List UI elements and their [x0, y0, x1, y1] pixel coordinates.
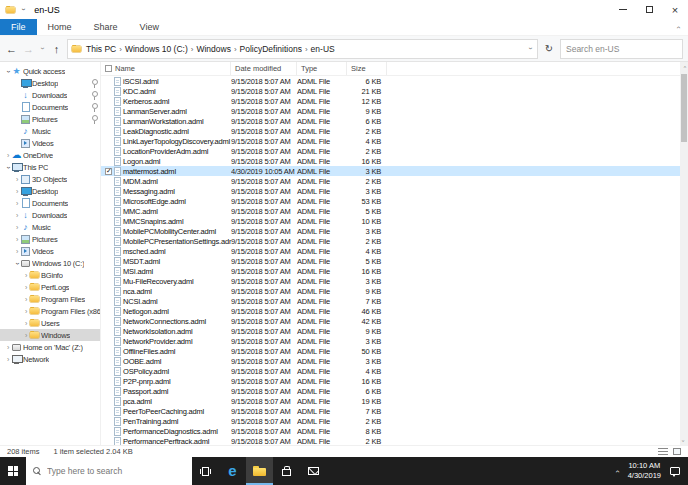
- edge-taskbar-button[interactable]: [219, 457, 246, 485]
- sidebar-item-desktop[interactable]: Desktop: [0, 185, 100, 197]
- chevron-collapsed-icon[interactable]: [13, 188, 21, 195]
- recent-locations-dropdown-icon[interactable]: [37, 39, 48, 59]
- chevron-collapsed-icon[interactable]: [13, 224, 21, 231]
- breadcrumb-item-policydefinitions[interactable]: PolicyDefinitions: [237, 44, 305, 54]
- chevron-collapsed-icon[interactable]: [22, 272, 30, 279]
- chevron-expanded-icon[interactable]: [5, 163, 12, 171]
- file-row-leakdiagnostic-adml[interactable]: LeakDiagnostic.adml9/15/2018 5:07 AMADML…: [101, 126, 688, 136]
- breadcrumb-item-windows[interactable]: Windows: [193, 44, 233, 54]
- column-header-size[interactable]: Size: [347, 62, 387, 75]
- sidebar-item-documents[interactable]: Documents: [0, 101, 100, 113]
- large-icons-view-icon[interactable]: [673, 448, 681, 455]
- file-row-mmc-adml[interactable]: MMC.adml9/15/2018 5:07 AMADML File5 KB: [101, 206, 688, 216]
- back-button[interactable]: [3, 39, 20, 59]
- file-row-pca-adml[interactable]: pca.adml9/15/2018 5:07 AMADML File19 KB: [101, 396, 688, 406]
- scroll-up-icon[interactable]: [680, 62, 688, 71]
- up-button[interactable]: [48, 39, 65, 59]
- column-header-date-modified[interactable]: Date modified: [231, 62, 297, 75]
- chevron-collapsed-icon[interactable]: [4, 356, 12, 363]
- file-row-mobilepcmobilitycenter-adml[interactable]: MobilePCMobilityCenter.adml9/15/2018 5:0…: [101, 226, 688, 236]
- file-row-peertopeercaching-adml[interactable]: PeerToPeerCaching.adml9/15/2018 5:07 AMA…: [101, 406, 688, 416]
- quick-access-toolbar-dropdown-icon[interactable]: [22, 6, 24, 13]
- file-row-microsoftedge-adml[interactable]: MicrosoftEdge.adml9/15/2018 5:07 AMADML …: [101, 196, 688, 206]
- sidebar-item-desktop[interactable]: Desktop: [0, 77, 100, 89]
- collapse-ribbon-icon[interactable]: [677, 19, 680, 35]
- explorer-app-icon[interactable]: [6, 5, 15, 15]
- vertical-scrollbar[interactable]: [680, 62, 688, 445]
- chevron-collapsed-icon[interactable]: [13, 212, 21, 219]
- file-row-netlogon-adml[interactable]: Netlogon.adml9/15/2018 5:07 AMADML File4…: [101, 306, 688, 316]
- chevron-collapsed-icon[interactable]: [22, 296, 30, 303]
- sidebar-item-downloads[interactable]: Downloads: [0, 89, 100, 101]
- sidebar-item-perflogs[interactable]: PerfLogs: [0, 281, 100, 293]
- file-row-ospolicy-adml[interactable]: OSPolicy.adml9/15/2018 5:07 AMADML File4…: [101, 366, 688, 376]
- sidebar-item-network[interactable]: Network: [0, 353, 100, 365]
- breadcrumb-item-this-pc[interactable]: This PC: [83, 44, 119, 54]
- file-explorer-taskbar-button[interactable]: [246, 457, 273, 485]
- file-row-ncsi-adml[interactable]: NCSI.adml9/15/2018 5:07 AMADML File7 KB: [101, 296, 688, 306]
- sidebar-item-videos[interactable]: Videos: [0, 137, 100, 149]
- file-row-networkconnections-adml[interactable]: NetworkConnections.adml9/15/2018 5:07 AM…: [101, 316, 688, 326]
- scroll-down-icon[interactable]: [680, 436, 688, 445]
- file-row-messaging-adml[interactable]: Messaging.adml9/15/2018 5:07 AMADML File…: [101, 186, 688, 196]
- sidebar-item-this-pc[interactable]: This PC: [0, 161, 100, 173]
- sidebar-item-users[interactable]: Users: [0, 317, 100, 329]
- chevron-collapsed-icon[interactable]: [22, 308, 30, 315]
- hidden-icons-chevron-icon[interactable]: [616, 467, 619, 476]
- file-row-performancediagnostics-adml[interactable]: PerformanceDiagnostics.adml9/15/2018 5:0…: [101, 426, 688, 436]
- sidebar-item-onedrive[interactable]: OneDrive: [0, 149, 100, 161]
- sidebar-item-music[interactable]: Music: [0, 221, 100, 233]
- tab-view[interactable]: View: [129, 19, 170, 35]
- file-row-msi-adml[interactable]: MSI.adml9/15/2018 5:07 AMADML File16 KB: [101, 266, 688, 276]
- file-row-mobilepcpresentationsettings-adml[interactable]: MobilePCPresentationSettings.adml9/15/20…: [101, 236, 688, 246]
- file-row-msched-adml[interactable]: msched.adml9/15/2018 5:07 AMADML File4 K…: [101, 246, 688, 256]
- chevron-collapsed-icon[interactable]: [4, 344, 12, 351]
- file-row-lanmanworkstation-adml[interactable]: LanmanWorkstation.adml9/15/2018 5:07 AMA…: [101, 116, 688, 126]
- file-row-offlinefiles-adml[interactable]: OfflineFiles.adml9/15/2018 5:07 AMADML F…: [101, 346, 688, 356]
- sidebar-item-downloads[interactable]: Downloads: [0, 209, 100, 221]
- sidebar-item-pictures[interactable]: Pictures: [0, 233, 100, 245]
- file-row-passport-adml[interactable]: Passport.adml9/15/2018 5:07 AMADML File6…: [101, 386, 688, 396]
- taskbar-search-input[interactable]: [42, 457, 192, 485]
- file-row-pentraining-adml[interactable]: PenTraining.adml9/15/2018 5:07 AMADML Fi…: [101, 416, 688, 426]
- column-header-type[interactable]: Type: [297, 62, 347, 75]
- scrollbar-thumb[interactable]: [681, 74, 687, 142]
- chevron-collapsed-icon[interactable]: [22, 320, 30, 327]
- action-center-icon[interactable]: [670, 467, 680, 475]
- select-all-checkbox[interactable]: [105, 65, 112, 72]
- column-header-name[interactable]: Name: [101, 62, 231, 75]
- file-row-linklayertopologydiscovery-adml[interactable]: LinkLayerTopologyDiscovery.adml9/15/2018…: [101, 136, 688, 146]
- file-row-networkisolation-adml[interactable]: NetworkIsolation.adml9/15/2018 5:07 AMAD…: [101, 326, 688, 336]
- chevron-collapsed-icon[interactable]: [13, 176, 21, 183]
- chevron-expanded-icon[interactable]: [5, 67, 12, 75]
- file-row-lanmanserver-adml[interactable]: LanmanServer.adml9/15/2018 5:07 AMADML F…: [101, 106, 688, 116]
- chevron-collapsed-icon[interactable]: [22, 332, 30, 339]
- sidebar-item-3d-objects[interactable]: 3D Objects: [0, 173, 100, 185]
- sidebar-item-bginfo[interactable]: BGinfo: [0, 269, 100, 281]
- task-view-button[interactable]: [192, 457, 219, 485]
- breadcrumb-item-en-us[interactable]: en-US: [308, 44, 338, 54]
- file-row-oobe-adml[interactable]: OOBE.adml9/15/2018 5:07 AMADML File3 KB: [101, 356, 688, 366]
- file-row-mu-filerecovery-adml[interactable]: Mu-FileRecovery.adml9/15/2018 5:07 AMADM…: [101, 276, 688, 286]
- forward-button[interactable]: [20, 39, 37, 59]
- file-row-locationprovideradm-adml[interactable]: LocationProviderAdm.adml9/15/2018 5:07 A…: [101, 146, 688, 156]
- chevron-collapsed-icon[interactable]: [13, 200, 21, 207]
- tab-share[interactable]: Share: [83, 19, 129, 35]
- tab-file[interactable]: File: [0, 19, 37, 35]
- sidebar-item-windows-10-c[interactable]: Windows 10 (C:): [0, 257, 100, 269]
- breadcrumb-item-windows-10-c[interactable]: Windows 10 (C:): [122, 44, 191, 54]
- sidebar-item-program-files[interactable]: Program Files: [0, 293, 100, 305]
- sidebar-item-program-files-x86[interactable]: Program Files (x86): [0, 305, 100, 317]
- chevron-collapsed-icon[interactable]: [22, 284, 30, 291]
- sidebar-item-music[interactable]: Music: [0, 125, 100, 137]
- file-row-kdc-adml[interactable]: KDC.adml9/15/2018 5:07 AMADML File21 KB: [101, 86, 688, 96]
- sidebar-item-videos[interactable]: Videos: [0, 245, 100, 257]
- item-checkbox-checked[interactable]: [105, 168, 112, 175]
- maximize-restore-button[interactable]: [636, 0, 662, 19]
- file-row-msdt-adml[interactable]: MSDT.adml9/15/2018 5:07 AMADML File5 KB: [101, 256, 688, 266]
- details-view-icon[interactable]: [658, 448, 668, 455]
- file-row-logon-adml[interactable]: Logon.adml9/15/2018 5:07 AMADML File16 K…: [101, 156, 688, 166]
- file-row-mmcsnapins-adml[interactable]: MMCSnapins.adml9/15/2018 5:07 AMADML Fil…: [101, 216, 688, 226]
- address-dropdown-icon[interactable]: [527, 45, 533, 52]
- file-row-mdm-adml[interactable]: MDM.adml9/15/2018 5:07 AMADML File2 KB: [101, 176, 688, 186]
